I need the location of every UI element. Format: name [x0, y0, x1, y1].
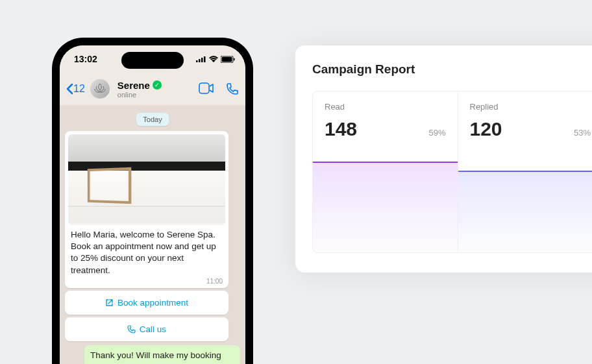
outgoing-text: Thank you! Will make my booking soon. [90, 350, 234, 364]
lotus-icon [93, 82, 106, 95]
date-separator: Today [136, 113, 168, 126]
metric-read-label: Read [325, 102, 446, 112]
svg-rect-2 [201, 58, 203, 62]
message-text: Hello Maria, welcome to Serene Spa. Book… [68, 228, 225, 278]
metric-read-pct: 59% [428, 128, 445, 138]
verified-badge-icon: ✓ [153, 80, 162, 90]
phone-screen: 13:02 12 Serene [60, 45, 245, 364]
book-button-label: Book appointment [117, 298, 188, 308]
chevron-left-icon [66, 83, 73, 95]
report-title: Campaign Report [312, 62, 592, 77]
status-time: 13:02 [74, 54, 97, 64]
svg-rect-6 [234, 58, 235, 60]
campaign-report-card: Campaign Report Read 148 59% Replied 120… [295, 45, 592, 273]
wifi-icon [209, 56, 218, 62]
svg-rect-7 [199, 83, 209, 93]
phone-call-icon[interactable] [226, 82, 239, 95]
phone-icon [127, 325, 136, 334]
video-call-icon[interactable] [199, 82, 214, 94]
metric-read[interactable]: Read 148 59% [312, 91, 458, 253]
contact-info[interactable]: Serene ✓ online [117, 80, 195, 99]
status-bar: 13:02 [60, 45, 245, 73]
phone-notch [121, 52, 184, 69]
metric-read-fill [313, 162, 458, 252]
chat-nav-bar: 12 Serene ✓ online [60, 73, 245, 105]
contact-status: online [117, 91, 195, 99]
metric-replied-pct: 53% [574, 128, 591, 138]
metric-replied[interactable]: Replied 120 53% [458, 91, 593, 253]
call-us-button[interactable]: Call us [65, 317, 228, 341]
message-time: 11:00 [68, 278, 225, 285]
svg-rect-0 [196, 60, 198, 62]
outgoing-message[interactable]: Thank you! Will make my booking soon. 11… [84, 345, 240, 364]
incoming-message[interactable]: Hello Maria, welcome to Serene Spa. Book… [65, 131, 228, 288]
metric-replied-fill [458, 171, 593, 252]
signal-icon [196, 56, 206, 62]
contact-name: Serene [117, 80, 150, 91]
back-count: 12 [73, 83, 85, 95]
contact-avatar[interactable] [90, 79, 110, 99]
metrics-row: Read 148 59% Replied 120 53% [312, 91, 592, 253]
svg-rect-5 [222, 56, 232, 62]
metric-replied-value: 120 [470, 118, 502, 140]
call-button-label: Call us [140, 324, 166, 334]
canvas: 13:02 12 Serene [0, 0, 592, 364]
metric-replied-label: Replied [470, 102, 591, 112]
chat-body[interactable]: Today Hello Maria, welcome to Serene Spa… [60, 105, 245, 364]
svg-rect-1 [199, 59, 201, 62]
battery-icon [221, 56, 235, 63]
message-image[interactable] [68, 134, 225, 225]
metric-read-value: 148 [325, 118, 357, 140]
external-link-icon [105, 298, 114, 307]
back-button[interactable]: 12 [66, 83, 85, 95]
svg-rect-3 [204, 56, 206, 62]
status-icons [196, 56, 235, 63]
phone-frame: 13:02 12 Serene [52, 38, 253, 364]
book-appointment-button[interactable]: Book appointment [65, 291, 228, 315]
